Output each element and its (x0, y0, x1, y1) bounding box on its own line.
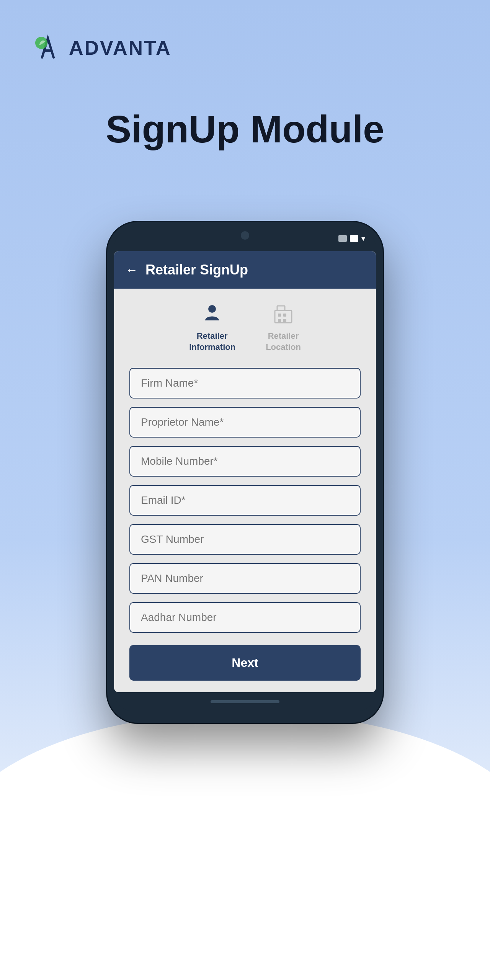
wifi-icon: ▾ (361, 234, 365, 243)
logo-area: ADVANTA (31, 31, 172, 65)
phone-home-indicator (211, 700, 279, 703)
svg-rect-4 (278, 314, 281, 317)
proprietor-name-field-wrapper (129, 407, 361, 438)
status-square-1 (338, 235, 347, 242)
svg-rect-7 (283, 319, 286, 323)
svg-rect-6 (278, 319, 281, 323)
pan-number-input[interactable] (129, 563, 361, 594)
app-header-title: Retailer SignUp (145, 262, 248, 278)
status-square-2 (350, 235, 358, 242)
gst-number-field-wrapper (129, 524, 361, 555)
svg-rect-5 (283, 314, 286, 317)
next-button[interactable]: Next (129, 645, 361, 681)
step2-label: RetailerLocation (266, 331, 301, 353)
email-id-input[interactable] (129, 485, 361, 516)
pan-number-field-wrapper (129, 563, 361, 594)
gst-number-input[interactable] (129, 524, 361, 555)
svg-point-1 (208, 305, 216, 313)
status-icons: ▾ (338, 234, 365, 243)
aadhar-number-input[interactable] (129, 602, 361, 633)
advanta-logo-icon (31, 31, 65, 65)
mobile-number-field-wrapper (129, 446, 361, 477)
phone-mockup: ▾ ← Retailer SignUp (107, 222, 383, 723)
phone-bottom-bar (114, 692, 376, 711)
firm-name-field-wrapper (129, 368, 361, 399)
proprietor-name-input[interactable] (129, 407, 361, 438)
phone-screen: ← Retailer SignUp RetailerInformation (114, 251, 376, 692)
firm-name-input[interactable] (129, 368, 361, 399)
email-id-field-wrapper (129, 485, 361, 516)
page-title: SignUp Module (0, 107, 490, 151)
phone-notch-bar: ▾ (114, 229, 376, 248)
svg-rect-3 (277, 306, 285, 310)
back-button[interactable]: ← (126, 263, 138, 277)
logo-text: ADVANTA (69, 36, 172, 59)
mobile-number-input[interactable] (129, 446, 361, 477)
retailer-info-icon (199, 300, 225, 327)
stepper: RetailerInformation (114, 289, 376, 360)
front-camera (241, 231, 249, 240)
form-area: Next (114, 360, 376, 692)
app-header: ← Retailer SignUp (114, 251, 376, 289)
step-retailer-information[interactable]: RetailerInformation (189, 300, 235, 353)
step-retailer-location[interactable]: RetailerLocation (266, 300, 301, 353)
step1-label: RetailerInformation (189, 331, 235, 353)
phone-body: ▾ ← Retailer SignUp (107, 222, 383, 723)
aadhar-number-field-wrapper (129, 602, 361, 633)
retailer-location-icon (270, 300, 297, 327)
